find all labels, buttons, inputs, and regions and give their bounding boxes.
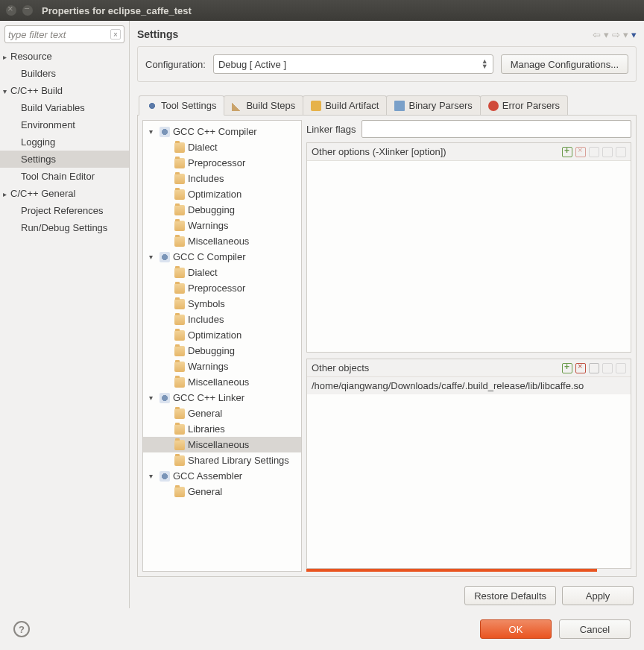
tool-tree-gcc-c-linker[interactable]: GCC C++ Linker bbox=[143, 390, 301, 406]
gear-icon bbox=[147, 101, 157, 111]
tool-tree-general[interactable]: General bbox=[143, 484, 301, 499]
filter-input[interactable]: type filter text × bbox=[4, 25, 124, 43]
ok-button[interactable]: OK bbox=[480, 619, 552, 639]
move-up-icon[interactable] bbox=[602, 147, 613, 157]
window-titlebar: Properties for eclipse_caffe_test bbox=[0, 0, 644, 21]
tool-tree-shared-library-settings[interactable]: Shared Library Settings bbox=[143, 452, 301, 468]
tool-tree-label: Debugging bbox=[188, 345, 235, 356]
nav-tree: ResourceBuildersC/C++ BuildBuild Variabl… bbox=[0, 48, 129, 345]
delete-object-icon[interactable] bbox=[575, 363, 586, 373]
tool-tree-miscellaneous[interactable]: Miscellaneous bbox=[143, 374, 301, 390]
tool-tree-label: Libraries bbox=[188, 423, 225, 435]
dialog-buttons: ? OK Cancel bbox=[0, 608, 644, 650]
linker-misc-form: Linker flags Other options (-Xlinker [op… bbox=[306, 120, 631, 572]
help-icon[interactable]: ? bbox=[13, 621, 30, 637]
move-object-up-icon[interactable] bbox=[602, 363, 613, 373]
nav-item-c-c-general[interactable]: C/C++ General bbox=[0, 185, 129, 202]
minimize-icon[interactable] bbox=[22, 5, 33, 16]
delete-option-icon[interactable] bbox=[575, 147, 586, 157]
tool-tree-optimization[interactable]: Optimization bbox=[143, 327, 301, 343]
tool-tree-optimization[interactable]: Optimization bbox=[143, 186, 301, 202]
tool-tree-label: Optimization bbox=[188, 329, 242, 341]
folder-icon bbox=[174, 315, 185, 325]
tool-tree-warnings[interactable]: Warnings bbox=[143, 218, 301, 233]
tool-tree-miscellaneous[interactable]: Miscellaneous bbox=[143, 437, 301, 452]
restore-defaults-button[interactable]: Restore Defaults bbox=[464, 586, 556, 605]
other-options-list[interactable] bbox=[307, 161, 631, 352]
other-objects-label: Other objects bbox=[312, 362, 369, 373]
tool-tree-gcc-c-compiler[interactable]: GCC C++ Compiler bbox=[143, 124, 301, 139]
folder-icon bbox=[174, 455, 185, 466]
menu-icon[interactable]: ▾ bbox=[631, 29, 637, 40]
back-menu-icon[interactable]: ▾ bbox=[604, 29, 609, 40]
tool-tree-general[interactable]: General bbox=[143, 406, 301, 421]
nav-item-build-variables[interactable]: Build Variables bbox=[0, 99, 129, 116]
tab-binary-parsers[interactable]: Binary Parsers bbox=[386, 95, 480, 115]
tool-tree-label: Miscellaneous bbox=[188, 376, 249, 388]
tool-tree-miscellaneous[interactable]: Miscellaneous bbox=[143, 233, 301, 249]
tool-tree-label: GCC C++ Compiler bbox=[173, 126, 257, 137]
nav-item-c-c-build[interactable]: C/C++ Build bbox=[0, 82, 129, 99]
tool-tree-warnings[interactable]: Warnings bbox=[143, 359, 301, 374]
tool-tree-dialect[interactable]: Dialect bbox=[143, 265, 301, 280]
folder-icon bbox=[174, 158, 185, 168]
tab-label: Tool Settings bbox=[161, 100, 216, 111]
move-object-down-icon[interactable] bbox=[616, 363, 626, 373]
tool-tree-preprocessor[interactable]: Preprocessor bbox=[143, 155, 301, 171]
history-nav: ⇦ ▾ ⇨ ▾ ▾ bbox=[593, 29, 637, 40]
add-object-icon[interactable] bbox=[562, 363, 572, 373]
tool-tree-libraries[interactable]: Libraries bbox=[143, 421, 301, 437]
cancel-button[interactable]: Cancel bbox=[559, 619, 631, 639]
tool-tree-debugging[interactable]: Debugging bbox=[143, 202, 301, 218]
tool-tree-includes[interactable]: Includes bbox=[143, 171, 301, 186]
forward-icon[interactable]: ⇨ bbox=[612, 29, 620, 40]
edit-option-icon[interactable] bbox=[589, 147, 599, 157]
nav-item-run-debug-settings[interactable]: Run/Debug Settings bbox=[0, 219, 129, 236]
clear-filter-icon[interactable]: × bbox=[110, 29, 121, 40]
tool-tree-includes[interactable]: Includes bbox=[143, 312, 301, 327]
nav-item-project-references[interactable]: Project References bbox=[0, 202, 129, 219]
tool-tree-preprocessor[interactable]: Preprocessor bbox=[143, 280, 301, 296]
configuration-select[interactable]: Debug [ Active ] ▲▼ bbox=[213, 54, 493, 74]
tool-tree-label: Warnings bbox=[188, 220, 228, 231]
folder-icon bbox=[174, 440, 185, 450]
nav-item-logging[interactable]: Logging bbox=[0, 133, 129, 151]
tool-tree-gcc-c-compiler[interactable]: GCC C Compiler bbox=[143, 249, 301, 265]
apply-button[interactable]: Apply bbox=[562, 586, 634, 605]
close-icon[interactable] bbox=[6, 5, 16, 16]
folder-icon bbox=[174, 221, 185, 231]
tool-tree-gcc-assembler[interactable]: GCC Assembler bbox=[143, 468, 301, 484]
nav-item-settings[interactable]: Settings bbox=[0, 151, 129, 168]
folder-icon bbox=[174, 283, 185, 294]
tool-tree-label: Includes bbox=[188, 173, 224, 184]
tool-tree-dialect[interactable]: Dialect bbox=[143, 139, 301, 155]
other-options-label: Other options (-Xlinker [option]) bbox=[312, 146, 446, 157]
tool-tree-label: Miscellaneous bbox=[188, 236, 249, 247]
folder-icon bbox=[174, 174, 185, 184]
back-icon[interactable]: ⇦ bbox=[593, 29, 601, 40]
tab-tool-settings[interactable]: Tool Settings bbox=[139, 95, 224, 116]
linker-flags-input[interactable] bbox=[362, 120, 631, 138]
other-objects-list[interactable]: /home/qiangwang/Downloads/caffe/.build_r… bbox=[307, 377, 631, 568]
chevron-updown-icon: ▲▼ bbox=[482, 59, 488, 69]
add-option-icon[interactable] bbox=[562, 147, 572, 157]
tool-tree-label: Preprocessor bbox=[188, 283, 245, 294]
nav-item-tool-chain-editor[interactable]: Tool Chain Editor bbox=[0, 168, 129, 185]
tool-tree-label: Includes bbox=[188, 314, 224, 325]
configuration-label: Configuration: bbox=[145, 59, 206, 70]
nav-item-builders[interactable]: Builders bbox=[0, 65, 129, 82]
list-item[interactable]: /home/qiangwang/Downloads/caffe/.build_r… bbox=[307, 377, 631, 394]
tab-error-parsers[interactable]: Error Parsers bbox=[480, 95, 568, 115]
tool-tree-label: Debugging bbox=[188, 204, 235, 215]
forward-menu-icon[interactable]: ▾ bbox=[623, 29, 628, 40]
tab-build-steps[interactable]: Build Steps bbox=[224, 95, 303, 115]
tab-label: Error Parsers bbox=[502, 100, 560, 111]
edit-object-icon[interactable] bbox=[589, 363, 599, 373]
manage-configurations-button[interactable]: Manage Configurations... bbox=[501, 54, 628, 74]
nav-item-resource[interactable]: Resource bbox=[0, 48, 129, 65]
move-down-icon[interactable] bbox=[616, 147, 626, 157]
nav-item-environment[interactable]: Environment bbox=[0, 116, 129, 133]
tab-build-artifact[interactable]: Build Artifact bbox=[303, 95, 387, 115]
tool-tree-debugging[interactable]: Debugging bbox=[143, 343, 301, 359]
tool-tree-symbols[interactable]: Symbols bbox=[143, 296, 301, 312]
